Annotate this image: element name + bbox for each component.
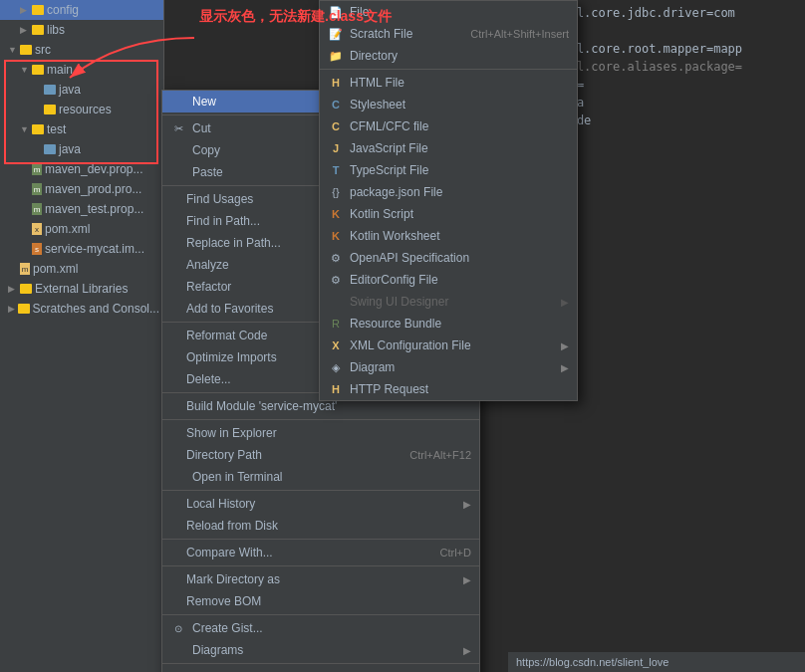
js-icon: J [328,142,344,154]
menu-item-convert-kotlin[interactable]: Convert Java File to Kotlin File Ctrl+Al… [162,666,479,672]
tree-label: service-mycat.im... [45,242,144,256]
menu-item-show-explorer[interactable]: Show in Explorer [162,422,479,444]
cfml-icon: C [328,120,344,132]
menu-item-create-gist[interactable]: ⊙ Create Gist... [162,617,479,639]
submenu-item-kotlin-ws[interactable]: K Kotlin Worksheet [320,225,577,247]
menu-label: Show in Explorer [186,426,277,440]
file-icon: m [20,263,30,275]
submenu-item-http[interactable]: H HTTP Request [320,378,577,400]
submenu-arrow-icon: ▶ [561,340,569,351]
menu-label: New [192,95,216,109]
separator [162,419,479,420]
scratch-icon: 📝 [328,28,344,41]
tree-arrow: ▶ [20,164,32,174]
tree-item-maven-test[interactable]: ▶ m maven_test.prop... [0,199,163,219]
submenu-item-swing: Swing UI Designer ▶ [320,291,577,313]
tree-label: Scratches and Consol... [33,302,159,316]
css-icon: C [328,99,344,111]
menu-label: Compare With... [186,546,273,560]
menu-label: HTML File [350,76,404,90]
menu-item-compare[interactable]: Compare With... Ctrl+D [162,542,479,563]
tree-arrow: ▶ [20,184,32,194]
tree-item-maven-dev[interactable]: ▶ m maven_dev.prop... [0,159,163,179]
folder-icon [44,105,56,114]
shortcut-label: Ctrl+Alt+Shift+Insert [470,28,569,40]
editorconfig-icon: ⚙ [328,274,344,287]
menu-label: XML Configuration File [350,338,471,352]
tree-label: pom.xml [45,222,90,236]
annotation-arrow [40,28,199,88]
http-icon: H [328,383,344,395]
menu-label: Stylesheet [350,98,405,112]
separator [320,69,577,70]
xml-config-icon: X [328,339,344,351]
menu-item-remove-bom[interactable]: Remove BOM [162,590,479,612]
menu-item-reload[interactable]: Reload from Disk [162,515,479,537]
tree-item-test-java[interactable]: ▶ java [0,139,163,159]
file-icon: m [32,183,42,195]
tree-item-service-mycat[interactable]: ▶ s service-mycat.im... [0,239,163,259]
menu-label: Refactor [186,280,231,294]
menu-label: Open in Terminal [192,470,283,484]
submenu-item-ts[interactable]: T TypeScript File [320,159,577,181]
tree-item-resources[interactable]: ▶ resources [0,100,163,119]
menu-label: Local History [186,497,255,511]
submenu-item-js[interactable]: J JavaScript File [320,137,577,159]
tree-item-pom-root[interactable]: ▶ m pom.xml [0,259,163,279]
menu-label: Optimize Imports [186,350,277,364]
tree-arrow: ▼ [8,45,20,55]
file-icon: m [32,163,42,175]
menu-item-mark-directory[interactable]: Mark Directory as ▶ [162,568,479,590]
folder-icon [20,45,32,55]
tree-item-config[interactable]: ▶ config [0,0,163,20]
package-json-icon: {} [328,186,344,198]
tree-label: maven_test.prop... [45,202,143,216]
menu-label: OpenAPI Specification [350,251,469,265]
tree-label: test [47,122,66,136]
submenu-arrow-icon: ▶ [561,297,569,308]
tree-label: java [59,142,81,156]
tree-arrow: ▼ [20,65,32,75]
menu-label: Diagrams [192,643,243,657]
tree-item-external-libs[interactable]: ▶ External Libraries [0,279,163,299]
url-bar: https://blog.csdn.net/slient_love [508,652,805,672]
github-icon: ⊙ [170,623,186,634]
file-icon: m [32,203,42,215]
file-icon: s [32,243,42,255]
tree-item-pom-xml[interactable]: ▶ x pom.xml [0,219,163,239]
submenu-item-resource-bundle[interactable]: R Resource Bundle [320,313,577,335]
submenu-item-directory[interactable]: 📁 Directory [320,45,577,67]
submenu-item-scratch[interactable]: 📝 Scratch File Ctrl+Alt+Shift+Insert [320,23,577,45]
submenu-item-package-json[interactable]: {} package.json File [320,181,577,203]
submenu-item-openapi[interactable]: ⚙ OpenAPI Specification [320,247,577,269]
project-sidebar: ▶ config ▶ libs ▼ src ▼ main ▶ java ▶ re… [0,0,164,672]
submenu-item-diagram[interactable]: ◈ Diagram ▶ [320,356,577,378]
separator [162,539,479,540]
menu-item-diagrams[interactable]: Diagrams ▶ [162,639,479,661]
separator [162,663,479,664]
tree-label: resources [59,103,112,116]
menu-label: Directory Path [186,448,262,462]
menu-item-directory-path[interactable]: Directory Path Ctrl+Alt+F12 [162,444,479,466]
submenu-item-html[interactable]: H HTML File [320,72,577,94]
menu-label: EditorConfig File [350,273,438,287]
tree-label: pom.xml [33,262,78,276]
menu-item-open-terminal[interactable]: Open in Terminal [162,466,479,488]
shortcut-label: Ctrl+Alt+F12 [409,449,471,461]
submenu-item-kotlin-script[interactable]: K Kotlin Script [320,203,577,225]
tree-arrow: ▶ [32,144,44,154]
tree-item-scratches[interactable]: ▶ Scratches and Consol... [0,299,163,319]
tree-item-maven-prod[interactable]: ▶ m maven_prod.pro... [0,179,163,199]
submenu-item-editorconfig[interactable]: ⚙ EditorConfig File [320,269,577,291]
tree-label: maven_dev.prop... [45,162,143,176]
menu-item-local-history[interactable]: Local History ▶ [162,493,479,515]
tree-label: External Libraries [35,282,128,296]
tree-arrow: ▶ [8,264,20,274]
tree-item-test[interactable]: ▼ test [0,119,163,139]
submenu-item-css[interactable]: C Stylesheet [320,94,577,115]
submenu-item-cfml[interactable]: C CFML/CFC file [320,115,577,137]
menu-label: Diagram [350,360,395,374]
menu-label: Kotlin Worksheet [350,229,440,243]
submenu-item-xml-config[interactable]: X XML Configuration File ▶ [320,335,577,356]
menu-label: Mark Directory as [186,572,280,586]
